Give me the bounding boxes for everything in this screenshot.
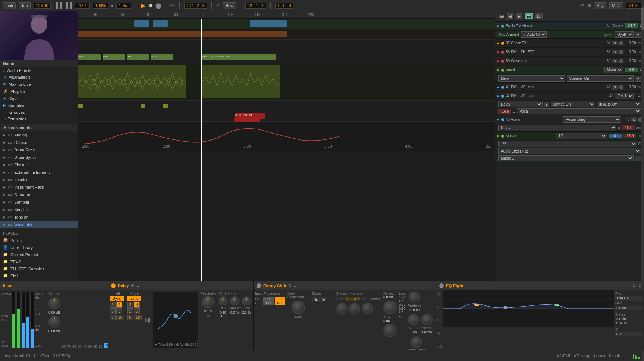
clip-1a[interactable] <box>134 20 149 27</box>
browser-item-templates[interactable]: □ Templates <box>0 116 78 122</box>
rate-knob[interactable] <box>219 296 227 305</box>
feedback-knob[interactable] <box>202 296 214 308</box>
stereo-knob[interactable] <box>421 314 433 325</box>
eq-gain-val[interactable]: 6.0 dB <box>615 306 642 310</box>
stop-icon[interactable]: ■ <box>149 2 153 9</box>
mixer-routing[interactable]: Mixer <box>498 75 565 82</box>
shape-knob[interactable] <box>408 314 419 325</box>
s-btn-38[interactable]: S <box>612 50 618 54</box>
master-plus-btn[interactable]: + <box>635 156 641 161</box>
delay-close-icon[interactable]: ⊘ <box>131 283 134 288</box>
browser-item-grooves[interactable]: 〰 Grooves <box>0 109 78 116</box>
fader-basic-pm[interactable]: -24.7 <box>625 23 638 28</box>
s-btn-43[interactable]: S <box>631 117 637 122</box>
record-icon[interactable]: ⬤ <box>155 3 161 9</box>
browser-item-operator[interactable]: ▶ ▭ Operator <box>0 191 78 198</box>
rn-5[interactable]: 5 <box>127 308 133 314</box>
browser-item-wavetable[interactable]: ▶ ▭ Wavetable <box>0 221 78 228</box>
reflect-knob[interactable] <box>383 301 397 314</box>
clip-5b[interactable] <box>201 65 280 98</box>
master-routing2[interactable]: 1/2 <box>498 141 637 147</box>
rn-4[interactable]: 4 <box>134 302 140 308</box>
knob-39[interactable] <box>619 59 623 63</box>
vocal-plus-btn[interactable]: + <box>635 76 641 82</box>
audio-effect-rac[interactable]: Audio Effect Rac <box>498 148 641 154</box>
place-tev2[interactable]: 📁 TEV2 <box>0 258 78 265</box>
mixer-track-41[interactable]: ● 41 PML_VP_spo 41 S 0.00 ms <box>495 83 644 92</box>
clip-6b[interactable] <box>141 104 145 108</box>
right-scrollbar[interactable] <box>641 11 644 281</box>
fader-master2[interactable]: -15.9 <box>623 134 636 138</box>
clip-6a[interactable] <box>78 104 83 108</box>
locut-btn[interactable]: Lo Cut <box>263 297 274 305</box>
mixer-track-39[interactable]: ● 39 Wavetable 39 S 0.00 ms <box>495 57 644 66</box>
browser-item-collision[interactable]: ▶ ▭ Collision <box>0 139 78 146</box>
scrollbar-thumb[interactable] <box>641 11 644 30</box>
place-th-stf[interactable]: 📁 TH_STF_Samples <box>0 265 78 272</box>
midi-button[interactable]: MIDI <box>609 2 623 9</box>
mixer-track-37[interactable]: ● 37 Cnarz FX 37 S 0.00 ms <box>495 39 644 48</box>
clip-2a[interactable] <box>78 31 287 37</box>
eq-1-btn[interactable]: 1 <box>633 283 635 288</box>
rn-8[interactable]: 8 <box>127 315 133 320</box>
right-sync-btn[interactable]: Sync <box>127 296 141 301</box>
ln-16[interactable]: 16 <box>116 315 124 320</box>
quality-select[interactable]: High <box>312 297 327 302</box>
knob-41[interactable] <box>619 85 623 90</box>
diffusion-knob3[interactable] <box>362 303 373 314</box>
eq-q-val[interactable]: 0.71 <box>615 332 642 336</box>
42-device-on[interactable]: Device On <box>551 101 595 107</box>
43-delay[interactable]: Delay <box>498 125 616 131</box>
set-prev-btn[interactable]: ◀ <box>507 13 513 19</box>
key-button[interactable]: Key <box>594 2 606 9</box>
clip-1c[interactable] <box>250 20 287 27</box>
clip-6c[interactable] <box>163 104 168 108</box>
browser-item-electric[interactable]: ▶ ▭ Electric <box>0 161 78 169</box>
synth-select[interactable]: Synth <box>615 31 634 38</box>
rn-6[interactable]: 6 <box>134 308 140 314</box>
clip-4c[interactable]: VP <box>127 54 149 60</box>
mixer-track-basic-pm[interactable]: ▶ Basic PM House All Chain▾ -24.7 C <box>495 22 644 31</box>
clip-4d[interactable]: PML <box>151 54 173 60</box>
bpm-display[interactable]: 128.00 <box>34 3 51 9</box>
browser-item-sampler[interactable]: ▶ ▭ Sampler <box>0 198 78 206</box>
browser-item-analog[interactable]: ▶ ▭ Analog <box>0 131 78 139</box>
s-btn-39[interactable]: S <box>612 59 618 63</box>
ln-6[interactable]: 6 <box>116 308 122 314</box>
speaker-routing[interactable]: Speaker On <box>567 75 634 82</box>
browser-item-midi-effects[interactable]: ♫ MIDI Effects <box>0 74 78 81</box>
mixer-track-43[interactable]: ● 43 Audio Resampling 43 S <box>495 115 644 124</box>
mod-plus-btn[interactable]: + <box>635 32 641 38</box>
place-add-folder[interactable]: + Add Folder... <box>0 279 78 281</box>
spin-knob[interactable] <box>292 301 305 314</box>
clip-5a[interactable] <box>78 65 186 98</box>
reverb-close-icon[interactable]: ⊘ <box>288 283 292 288</box>
ln-8[interactable]: 8 <box>110 315 116 320</box>
ln-5[interactable]: 5 <box>110 308 116 314</box>
rn-16[interactable]: 16 <box>134 315 142 320</box>
set-arrange-btn[interactable]: 🎞 <box>535 13 543 19</box>
clip-4b[interactable]: PML <box>103 54 125 60</box>
browser-item-max[interactable]: ⊕ Max for Live <box>0 81 78 88</box>
browser-item-instr-rack[interactable]: ▶ ▭ Instrument Rack <box>0 183 78 191</box>
clip-4a[interactable]: PM <box>78 54 101 60</box>
s-btn-41[interactable]: S <box>612 85 618 90</box>
clip-1b[interactable] <box>153 20 168 27</box>
arrange-area[interactable]: PM PML VP PML PML_VP_Io PML_VP <box>78 19 495 281</box>
ln-3[interactable]: 3 <box>110 302 116 308</box>
browser-item-drum-synth[interactable]: ▶ ▭ Drum Synth <box>0 154 78 161</box>
place-user-library[interactable]: 👤 User Library <box>0 244 78 251</box>
position-display[interactable]: 107 . 2 . 3 <box>184 3 207 9</box>
quantize-display[interactable]: 1 Bar <box>116 3 131 9</box>
fader-master[interactable]: 0 <box>609 134 622 138</box>
play-icon[interactable]: ▶ <box>141 1 146 10</box>
output-knob[interactable] <box>48 297 60 309</box>
place-packs[interactable]: 📦 Packs <box>0 237 78 244</box>
new-button[interactable]: New <box>223 2 236 9</box>
link-chain-icon[interactable]: ⛓ <box>145 317 150 323</box>
infinity-icon[interactable]: ∞ <box>207 313 210 318</box>
knob-38[interactable] <box>619 50 623 54</box>
link-button[interactable]: Link <box>3 2 16 9</box>
set-next-btn[interactable]: ▶ <box>516 13 522 19</box>
master-routing[interactable]: 1/2 <box>556 133 607 139</box>
